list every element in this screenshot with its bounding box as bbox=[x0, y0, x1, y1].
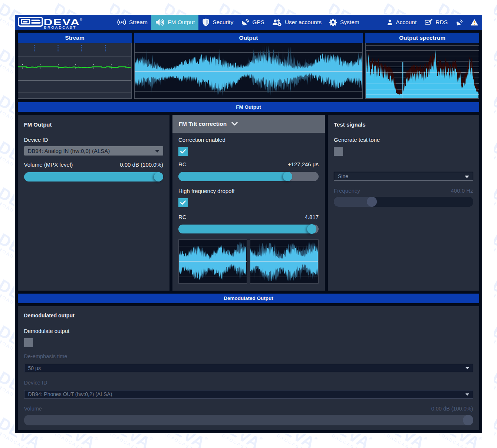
svg-text:BROADCAST: BROADCAST bbox=[44, 26, 77, 29]
svg-text:®: ® bbox=[80, 18, 82, 22]
